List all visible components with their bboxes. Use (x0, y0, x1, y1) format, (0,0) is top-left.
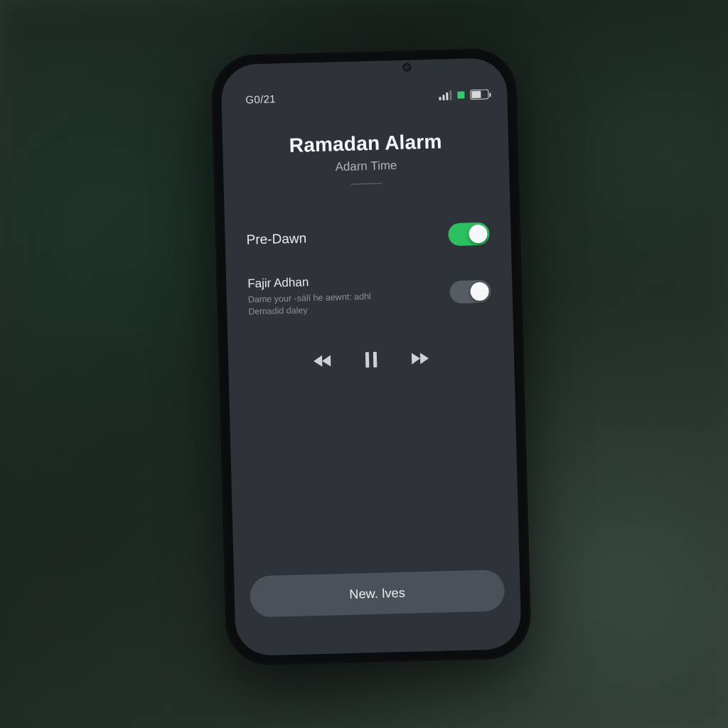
alarm-list: Pre-Dawn Fajir Adhan Dame your -sálí he … (224, 188, 520, 577)
svg-marker-1 (314, 355, 322, 367)
svg-rect-3 (373, 352, 378, 368)
skip-back-icon[interactable] (311, 348, 336, 373)
new-button[interactable]: New. lves (250, 569, 505, 617)
phone-frame: G0/21 Ramadan Alarm Adarn Time Pre-Dawn (210, 48, 532, 667)
alarm-row-fajr: Fajir Adhan Dame your -sálí he aewnt: ad… (247, 258, 492, 331)
alarm-label-predawn: Pre-Dawn (246, 227, 439, 247)
alarm-label-fajr: Fajir Adhan (247, 272, 441, 291)
status-indicators (439, 90, 488, 101)
toggle-predawn[interactable] (448, 223, 490, 247)
battery-level-icon (457, 91, 464, 98)
alarm-desc-fajr: Dame your -sálí he aewnt: adhl Demadid d… (248, 289, 442, 318)
svg-rect-2 (365, 352, 370, 368)
page-subtitle: Adarn Time (237, 156, 495, 176)
svg-marker-5 (420, 353, 429, 364)
media-controls (249, 324, 493, 387)
header-divider (351, 183, 382, 185)
toggle-fajr[interactable] (449, 279, 491, 304)
alarm-row-predawn: Pre-Dawn (246, 210, 491, 264)
pause-icon[interactable] (359, 347, 384, 372)
new-button-label: New. lves (349, 585, 405, 601)
page-title: Ramadan Alarm (237, 129, 495, 158)
toggle-knob (470, 282, 489, 301)
toggle-knob (469, 225, 488, 244)
skip-forward-icon[interactable] (407, 346, 432, 371)
screen: G0/21 Ramadan Alarm Adarn Time Pre-Dawn (220, 58, 522, 656)
svg-marker-4 (412, 353, 420, 364)
footer: New. lves (250, 569, 505, 617)
page-header: Ramadan Alarm Adarn Time (222, 103, 510, 195)
svg-marker-0 (322, 355, 331, 366)
status-time: G0/21 (245, 92, 276, 105)
status-bar: G0/21 (220, 58, 508, 111)
signal-icon (439, 90, 451, 100)
battery-icon (470, 90, 488, 100)
